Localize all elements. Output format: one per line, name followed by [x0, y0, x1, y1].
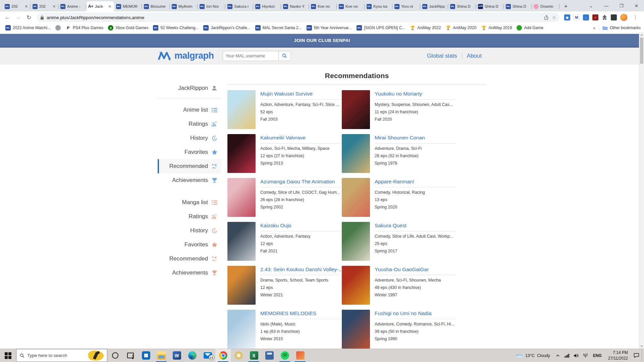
forward-button[interactable]: →	[13, 13, 23, 22]
taskbar-clock[interactable]: 7:14 PM 27/11/2022	[605, 350, 631, 361]
search-highlight-doodle[interactable]	[88, 351, 104, 361]
bookmark-item[interactable]: MAL 2022 Anime Watchi...	[3, 24, 53, 31]
sidebar-item[interactable]: History	[158, 224, 221, 238]
bookmark-item[interactable]: 🏆 AniMay 2019	[479, 24, 514, 31]
browser-tab[interactable]: MAL Naoko Y	[281, 1, 309, 11]
anime-cover-thumbnail[interactable]	[227, 178, 256, 217]
tab-close-icon[interactable]: ✕	[108, 4, 112, 9]
anime-cover-thumbnail[interactable]	[342, 310, 370, 349]
scroll-up-arrow[interactable]	[639, 32, 644, 37]
tab-close-icon[interactable]: ✕	[52, 4, 56, 9]
browser-tab[interactable]: MAL Yoru ni	[392, 1, 420, 11]
other-bookmarks[interactable]: Other bookmarks	[599, 25, 641, 30]
show-desktop-button[interactable]	[642, 349, 644, 362]
taskbar-app[interactable]	[138, 349, 154, 362]
club-banner-link[interactable]: JOIN OUR CLUB SENPAI	[294, 38, 350, 43]
bookmark-item[interactable]	[53, 24, 63, 31]
anime-cover-thumbnail[interactable]	[227, 134, 256, 173]
taskbar-app[interactable]	[231, 349, 246, 362]
anime-title-link[interactable]: Mujin Wakusei Survive	[260, 90, 342, 100]
anime-cover-thumbnail[interactable]	[227, 90, 256, 129]
puzzle-icon[interactable]	[602, 15, 607, 20]
taskbar-app[interactable]	[154, 349, 169, 362]
browser-tab[interactable]: aniDB Shina D	[476, 1, 504, 11]
sidebar-user[interactable]: JackRippon	[158, 81, 221, 95]
anime-cover-thumbnail[interactable]	[227, 222, 256, 261]
browser-tab[interactable]: A+ Jack ✕	[86, 1, 114, 11]
sidebar-item[interactable]: Ratings	[158, 209, 221, 224]
taskbar-search[interactable]: Type here to search	[16, 349, 107, 362]
usb-icon[interactable]	[581, 354, 590, 358]
volume-icon[interactable]	[572, 354, 581, 358]
browser-tab[interactable]: MAL 202 ✕	[31, 1, 58, 11]
sidebar-item[interactable]: Achievements	[158, 266, 221, 280]
new-tab-button[interactable]: +	[561, 2, 570, 11]
nav-global-stats[interactable]: Global stats	[422, 53, 462, 59]
anime-cover-thumbnail[interactable]	[342, 134, 370, 173]
tab-close-icon[interactable]: ✕	[24, 4, 29, 9]
network-icon[interactable]	[562, 354, 572, 358]
back-button[interactable]: ←	[3, 13, 12, 22]
browser-tab[interactable]: Downlo	[532, 1, 559, 11]
sidebar-item[interactable]: Recommended	[158, 252, 221, 266]
tab-manager-extension-icon[interactable]: ▦	[564, 14, 570, 20]
anime-cover-thumbnail[interactable]	[342, 266, 370, 305]
start-button[interactable]	[0, 349, 16, 362]
anime-cover-thumbnail[interactable]	[227, 310, 256, 349]
bookmark-item[interactable]: MAL JackRippon's Challe...	[201, 24, 252, 31]
download-extension-icon[interactable]: ↓	[583, 14, 589, 20]
sidebar-item[interactable]: Ratings	[158, 117, 221, 131]
language-indicator[interactable]: ENG	[590, 353, 605, 358]
browser-tab[interactable]: MAL MyAnim	[170, 1, 198, 11]
browser-tab[interactable]: MAL Koe no	[309, 1, 337, 11]
malgraph-logo[interactable]: malgraph	[158, 51, 214, 61]
browser-tab[interactable]: MAL Shina D	[448, 1, 476, 11]
tab-search-icon[interactable]: ⌄	[584, 3, 599, 8]
anime-title-link[interactable]: Yuukoku no Moriarty	[375, 90, 456, 100]
bookmark-item[interactable]: MAL MAL Secret Santa 2...	[253, 24, 304, 31]
scrollbar-thumb[interactable]	[640, 38, 643, 64]
sidebar-item[interactable]: Manga list	[158, 195, 221, 209]
bookmark-item[interactable]: MAL 52 Weeks Challeng...	[151, 24, 201, 31]
action-center-icon[interactable]	[631, 353, 642, 358]
browser-tab[interactable]: MAL JackRipp	[420, 1, 448, 11]
taskbar-app[interactable]	[292, 349, 308, 362]
anime-cover-thumbnail[interactable]	[342, 90, 370, 129]
anime-title-link[interactable]: Appare-Ranman!	[375, 178, 456, 187]
bookmark-item[interactable]: 🏆 AniMay 2020	[443, 24, 478, 31]
minimize-button[interactable]: —	[599, 3, 614, 8]
browser-tab[interactable]: MAL Koe no	[337, 1, 365, 11]
sidebar-item[interactable]: History	[158, 131, 221, 145]
browser-tab[interactable]: MAL Sakura r	[225, 1, 253, 11]
reload-button[interactable]: ↻	[24, 13, 34, 22]
mal-extension-icon[interactable]: M	[574, 14, 580, 20]
anime-title-link[interactable]: Azumanga Daiou The Animation	[260, 178, 342, 187]
sidebar-item[interactable]: Anime list	[158, 103, 221, 117]
address-bar[interactable]: anime.plus/JackRippon/recommendations,an…	[37, 13, 559, 22]
bookmark-item[interactable]: P PS4 Plus Games	[63, 24, 105, 31]
bookmark-item[interactable]: MAL 5th Year Anniversar...	[305, 24, 354, 31]
sidebar-item[interactable]: Favorites	[158, 145, 221, 159]
browser-tab[interactable]: MAL Kyou ka	[365, 1, 392, 11]
browser-tab[interactable]: MAL 202 ✕	[3, 1, 31, 11]
anime-title-link[interactable]: Mirai Shounen Conan	[375, 134, 456, 143]
anime-cover-thumbnail[interactable]	[342, 222, 370, 261]
taskbar-app[interactable]	[277, 349, 292, 362]
anime-cover-thumbnail[interactable]	[342, 178, 370, 217]
bookmarks-overflow-icon[interactable]: »	[590, 25, 598, 31]
browser-tab[interactable]: MAL MEMOR	[114, 1, 142, 11]
browser-tab[interactable]: MAL Hiyokoi	[253, 1, 281, 11]
username-search-button[interactable]	[278, 51, 291, 61]
profile-avatar[interactable]	[620, 14, 628, 21]
bookmark-item[interactable]: x Xbox Gold Games	[106, 24, 150, 31]
anime-title-link[interactable]: Yuusha-Ou GaoGaiGar	[375, 266, 456, 275]
sidebar-item[interactable]: Recommended	[158, 159, 221, 173]
nav-about[interactable]: About	[462, 53, 486, 59]
sidebar-item[interactable]: Achievements	[158, 173, 221, 187]
mal-username-input[interactable]	[223, 51, 278, 61]
anime-title-link[interactable]: Kakumeiki Valvrave	[260, 134, 342, 143]
anime-title-link[interactable]: Sakura Quest	[375, 222, 456, 231]
browser-tab[interactable]: MAL Binzume	[142, 1, 170, 11]
taskbar-app[interactable]: W	[169, 349, 184, 362]
taskbar-app[interactable]: 24	[200, 349, 215, 362]
